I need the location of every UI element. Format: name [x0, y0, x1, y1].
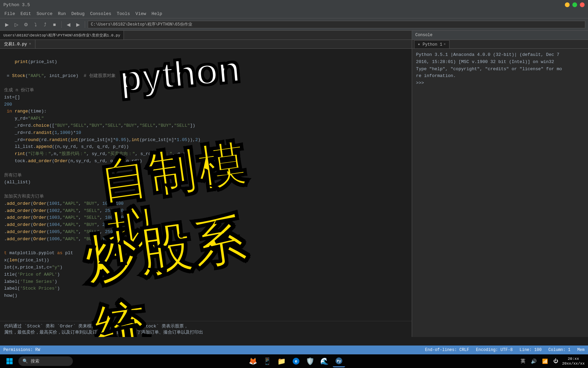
svg-rect-0	[6, 358, 10, 361]
taskbar: 🔍 搜索 🦊 📱 📁 e 🛡️ 🌊 Py 英 🔊 📶 ⏻ 20:xx	[0, 354, 588, 368]
clock-date: 20xx/xx/xx	[562, 361, 585, 366]
run-file-button[interactable]: ▷	[12, 20, 20, 29]
taskbar-app-fox[interactable]: 🦊	[247, 355, 259, 367]
taskbar-search[interactable]: 🔍 搜索	[18, 356, 73, 366]
search-icon: 🔍	[22, 358, 28, 364]
window-controls	[565, 2, 585, 7]
console-output: Python 3.5.1 |Anaconda 4.0.0 (32-bit)| (…	[412, 49, 588, 337]
code-display: print(price_lst) = Stock("AAPL", init_pr…	[0, 49, 412, 309]
taskbar-app-edge[interactable]: e	[290, 355, 302, 367]
tray-volume[interactable]: 🔊	[529, 357, 538, 366]
step-button[interactable]: ⤵	[31, 20, 39, 29]
editor-area[interactable]: print(price_lst) = Stock("AAPL", init_pr…	[0, 49, 412, 337]
svg-rect-3	[10, 362, 13, 365]
close-button[interactable]	[580, 2, 585, 7]
taskbar-apps: 🦊 📱 📁 e 🛡️ 🌊 Py	[76, 355, 517, 367]
tab-label: 交易1.0.py	[4, 41, 27, 47]
tab-close-button[interactable]: ×	[29, 42, 31, 46]
system-clock[interactable]: 20:xx 20xx/xx/xx	[562, 356, 585, 366]
menu-source[interactable]: Source	[34, 11, 55, 17]
window-title: Python 3.5	[3, 2, 565, 7]
windows-logo-icon	[6, 358, 13, 365]
next-button[interactable]: ▶	[74, 20, 82, 29]
console-line-1: Python 3.5.1 |Anaconda 4.0.0 (32-bit)| (…	[416, 51, 584, 59]
console-prompt: >>>	[416, 80, 584, 87]
console-line-2: 2016, 15:28:01) [MSC v.1900 32 bit (Inte…	[416, 59, 584, 66]
menu-debug[interactable]: Debug	[69, 11, 87, 17]
status-line-endings: End-of-lines: CRLF	[425, 348, 469, 352]
svg-text:e: e	[295, 359, 297, 364]
system-tray: 英 🔊 📶 ⏻ 20:xx 20xx/xx/xx	[519, 356, 585, 366]
status-encoding: Encoding: UTF-8	[476, 348, 513, 352]
toolbar: ▶ ▷ ⚙ ⤵ ⤴ ■ ◀ ▶ C:\Users\86182\Desktop\程…	[0, 18, 588, 31]
taskbar-app-phone[interactable]: 📱	[261, 355, 274, 367]
menu-help[interactable]: Help	[149, 11, 165, 17]
console-area: Python 3.5.1 |Anaconda 4.0.0 (32-bit)| (…	[412, 49, 588, 337]
file-breadcrumb: Users\86182\Desktop\程序\PYTHON\65份作业\竞价交易…	[0, 31, 124, 40]
tray-lang[interactable]: 英	[519, 357, 527, 366]
taskbar-app-folder[interactable]: 📁	[276, 355, 288, 367]
edge-icon: e	[292, 357, 300, 365]
stop-button[interactable]: ■	[50, 20, 59, 29]
taskbar-app-python[interactable]: Py	[333, 355, 345, 367]
menu-view[interactable]: View	[133, 11, 149, 17]
minimize-button[interactable]	[565, 2, 570, 7]
python-taskbar-icon: Py	[335, 357, 343, 365]
console-tab-python[interactable]: ▾ Python 1 ×	[414, 40, 450, 48]
status-mem: Mem	[577, 348, 585, 352]
menu-file[interactable]: File	[2, 11, 18, 17]
status-column: Column: 1	[549, 348, 571, 352]
step-over-button[interactable]: ⤴	[41, 20, 49, 29]
status-bar: Permissions: RW End-of-lines: CRLF Encod…	[0, 346, 588, 354]
search-label: 搜索	[31, 358, 39, 364]
toolbar-separator	[61, 21, 62, 28]
path-bar[interactable]: C:\Users\86182\Desktop\程序\PYTHON\65份作业	[88, 21, 585, 28]
console-line-4: re information.	[416, 73, 584, 80]
svg-rect-2	[6, 362, 10, 365]
tray-power[interactable]: ⏻	[552, 357, 559, 365]
menu-tools[interactable]: Tools	[114, 11, 133, 17]
run-button[interactable]: ▶	[3, 20, 11, 29]
svg-rect-1	[10, 358, 13, 361]
current-path: C:\Users\86182\Desktop\程序\PYTHON\65份作业	[91, 21, 192, 27]
code-description: 代码通过 `Stock` 类和 `Order` 类来模拟股市竞价交易的过程。`S…	[0, 321, 412, 337]
toolbar-separator-2	[85, 21, 85, 28]
start-button[interactable]	[3, 355, 16, 367]
console-tab-close[interactable]: ×	[444, 43, 446, 46]
prev-button[interactable]: ◀	[64, 20, 72, 29]
taskbar-app-wave[interactable]: 🌊	[318, 355, 331, 367]
menu-run[interactable]: Run	[55, 11, 68, 17]
editor-tab-main[interactable]: 交易1.0.py ×	[0, 40, 35, 48]
console-tab-label: ▾ Python 1	[418, 42, 442, 47]
menu-bar: File Edit Source Run Debug Consoles Tool…	[0, 10, 588, 18]
tray-network[interactable]: 📶	[541, 357, 549, 366]
status-line: Line: 100	[520, 348, 542, 352]
status-permissions: Permissions: RW	[3, 348, 40, 352]
menu-edit[interactable]: Edit	[18, 11, 34, 17]
maximize-button[interactable]	[572, 2, 577, 7]
svg-text:Py: Py	[337, 359, 341, 363]
taskbar-app-shield[interactable]: 🛡️	[304, 355, 316, 367]
debug-button[interactable]: ⚙	[22, 20, 30, 29]
console-header-label: Console	[415, 33, 432, 37]
clock-time: 20:xx	[562, 356, 585, 361]
title-bar: Python 3.5	[0, 0, 588, 10]
console-line-3: Type "help", "copyright", "credits" or "…	[416, 66, 584, 73]
menu-consoles[interactable]: Consoles	[87, 11, 114, 17]
